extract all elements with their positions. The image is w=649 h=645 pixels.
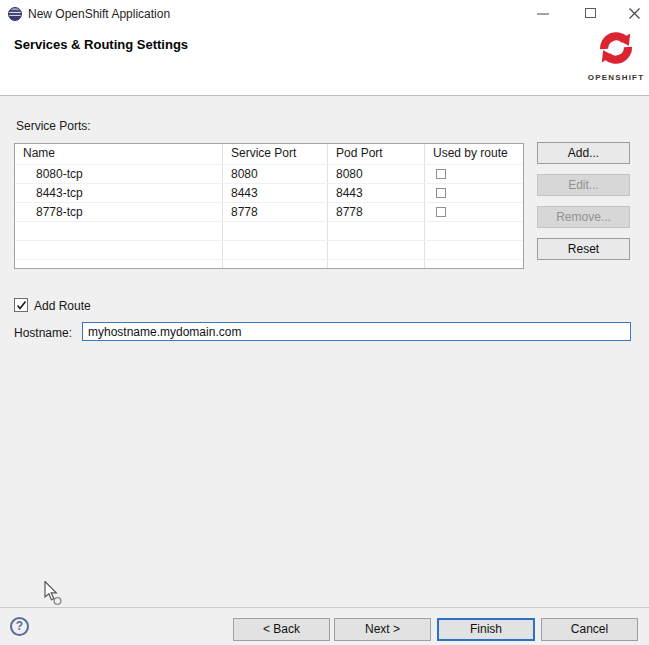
checkmark-icon (16, 300, 27, 311)
add-route-checkbox[interactable] (14, 298, 28, 312)
minimize-icon[interactable] (537, 13, 549, 15)
port-name: 8778-tcp (15, 203, 223, 221)
empty-table-row (15, 240, 523, 259)
add-route-label: Add Route (34, 299, 91, 313)
edit-button: Edit... (537, 174, 630, 196)
service-ports-label: Service Ports: (16, 119, 91, 133)
close-icon[interactable] (628, 7, 641, 20)
finish-button[interactable]: Finish (437, 618, 535, 641)
table-row[interactable]: 8778-tcp 8778 8778 (15, 202, 523, 221)
used-by-route-cell (425, 203, 523, 221)
pod-port: 8778 (328, 203, 425, 221)
openshift-logo-icon (595, 27, 637, 69)
page-title: Services & Routing Settings (14, 37, 188, 52)
pod-port: 8080 (328, 165, 425, 183)
port-name: 8080-tcp (15, 165, 223, 183)
window-title: New OpenShift Application (28, 7, 170, 21)
used-by-route-cell (425, 184, 523, 202)
used-by-route-checkbox[interactable] (436, 207, 446, 217)
service-port: 8443 (223, 184, 328, 202)
column-header-used-by-route: Used by route (425, 144, 523, 164)
footer-bar: ? < Back Next > Finish Cancel (0, 607, 649, 645)
port-name: 8443-tcp (15, 184, 223, 202)
help-icon[interactable]: ? (10, 617, 29, 636)
cancel-button[interactable]: Cancel (541, 618, 638, 641)
content-area: Service Ports: Name Service Port Pod Por… (0, 96, 649, 607)
openshift-wordmark: OPENSHIFT (585, 73, 647, 82)
remove-button: Remove... (537, 206, 630, 228)
reset-button[interactable]: Reset (537, 238, 630, 260)
wizard-window-icon (8, 7, 22, 21)
openshift-logo: OPENSHIFT (585, 27, 647, 82)
column-header-pod-port: Pod Port (328, 144, 425, 164)
next-button[interactable]: Next > (334, 618, 431, 641)
empty-table-row (15, 259, 523, 269)
maximize-icon[interactable] (585, 8, 596, 18)
table-row[interactable]: 8080-tcp 8080 8080 (15, 164, 523, 183)
empty-table-row (15, 221, 523, 240)
pod-port: 8443 (328, 184, 425, 202)
used-by-route-cell (425, 165, 523, 183)
used-by-route-checkbox[interactable] (436, 188, 446, 198)
hostname-label: Hostname: (14, 326, 72, 340)
table-row[interactable]: 8443-tcp 8443 8443 (15, 183, 523, 202)
used-by-route-checkbox[interactable] (436, 169, 446, 179)
service-ports-table: Name Service Port Pod Port Used by route… (14, 143, 524, 269)
title-bar: New OpenShift Application (0, 0, 649, 28)
column-header-name: Name (15, 144, 223, 164)
table-header-row: Name Service Port Pod Port Used by route (15, 144, 523, 164)
column-header-service-port: Service Port (223, 144, 328, 164)
hostname-input[interactable] (82, 322, 631, 341)
service-port: 8778 (223, 203, 328, 221)
back-button[interactable]: < Back (233, 618, 330, 641)
wizard-dialog: New OpenShift Application Services & Rou… (0, 0, 649, 645)
add-button[interactable]: Add... (537, 142, 630, 164)
service-port: 8080 (223, 165, 328, 183)
